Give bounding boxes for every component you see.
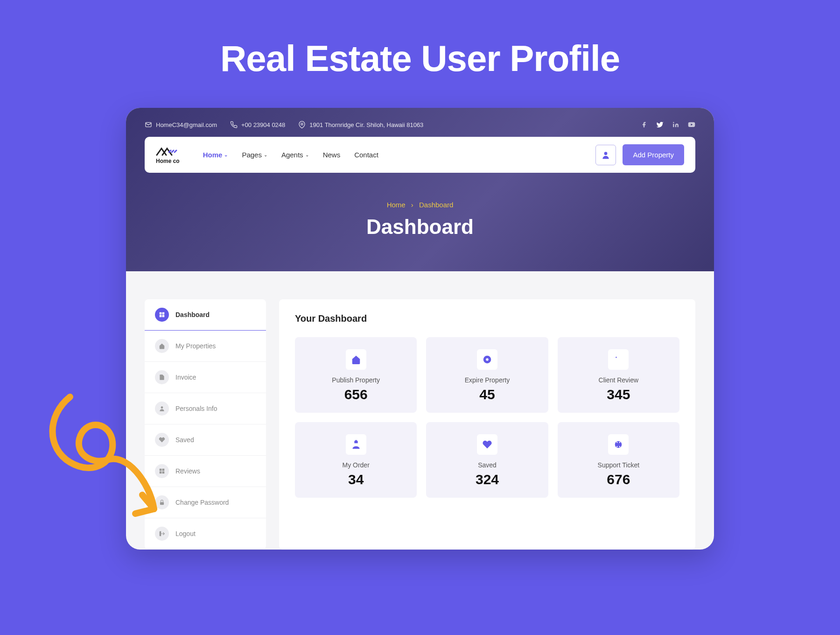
main-title: Your Dashboard xyxy=(295,313,679,324)
topbar-phone: +00 23904 0248 xyxy=(230,121,285,128)
content-area: Dashboard My Properties Invoice Personal… xyxy=(126,271,714,550)
logo-mark-icon xyxy=(156,146,179,157)
nav-right: Add Property xyxy=(595,144,684,165)
linkedin-icon[interactable] xyxy=(672,121,679,128)
topbar-email: HomeC34@gmail.com xyxy=(145,121,217,128)
support-icon xyxy=(608,434,629,455)
logo-text: Home co xyxy=(156,158,180,164)
chevron-down-icon: ⌄ xyxy=(264,152,267,157)
nav-pages-label: Pages xyxy=(242,151,262,159)
sidebar-item-label: Personals Info xyxy=(175,405,217,412)
svg-point-1 xyxy=(301,123,303,125)
location-icon xyxy=(298,121,306,128)
logo[interactable]: Home co xyxy=(156,146,180,164)
svg-point-18 xyxy=(615,441,622,448)
svg-rect-8 xyxy=(160,315,162,318)
card-value: 656 xyxy=(304,387,407,402)
card-my-order: My Order 34 xyxy=(295,422,417,498)
user-button[interactable] xyxy=(595,145,616,165)
sidebar-item-dashboard[interactable]: Dashboard xyxy=(145,299,266,331)
social-links xyxy=(640,121,695,128)
nav-item-agents[interactable]: Agents ⌄ xyxy=(281,151,309,159)
breadcrumb-current: Dashboard xyxy=(419,201,453,209)
card-value: 345 xyxy=(567,387,670,402)
card-client-review: Client Review 345 xyxy=(558,337,679,413)
youtube-icon[interactable] xyxy=(688,121,695,128)
hand-house-icon xyxy=(346,434,366,455)
heart-icon xyxy=(477,434,497,455)
rating-icon xyxy=(608,349,629,370)
svg-point-17 xyxy=(486,358,489,361)
gear-badge-icon xyxy=(477,349,497,370)
sidebar-item-label: Change Password xyxy=(175,499,229,506)
nav-item-news[interactable]: News xyxy=(323,151,341,159)
svg-rect-6 xyxy=(160,312,162,315)
facebook-icon[interactable] xyxy=(640,121,648,128)
twitter-icon[interactable] xyxy=(656,121,664,128)
app-window: HomeC34@gmail.com +00 23904 0248 1901 Th… xyxy=(126,108,714,550)
phone-icon xyxy=(230,121,238,128)
topbar: HomeC34@gmail.com +00 23904 0248 1901 Th… xyxy=(145,117,695,137)
svg-rect-2 xyxy=(673,124,674,127)
sidebar-item-label: Dashboard xyxy=(175,311,210,318)
topbar-address-text: 1901 Thornridge Cir. Shiloh, Hawaii 8106… xyxy=(309,121,423,128)
svg-point-5 xyxy=(604,152,608,155)
nav-item-contact[interactable]: Contact xyxy=(354,151,378,159)
sidebar-item-properties[interactable]: My Properties xyxy=(145,331,266,362)
card-saved: Saved 324 xyxy=(426,422,548,498)
add-property-button[interactable]: Add Property xyxy=(623,144,684,165)
sidebar-item-label: Logout xyxy=(175,530,196,537)
house-icon xyxy=(346,349,366,370)
dashboard-icon xyxy=(155,308,169,322)
nav-menu: Home ⌄ Pages ⌄ Agents ⌄ News Contact xyxy=(203,151,378,159)
chevron-down-icon: ⌄ xyxy=(305,152,309,157)
card-publish-property: Publish Property 656 xyxy=(295,337,417,413)
decorative-arrow-swirl xyxy=(33,388,173,537)
topbar-contact-info: HomeC34@gmail.com +00 23904 0248 1901 Th… xyxy=(145,121,423,128)
mail-icon xyxy=(145,121,152,128)
card-label: Support Ticket xyxy=(567,461,670,469)
invoice-icon xyxy=(155,370,169,384)
sidebar-item-label: Reviews xyxy=(175,467,200,475)
main-panel: Your Dashboard Publish Property 656 Expi… xyxy=(279,299,695,550)
card-label: Saved xyxy=(435,461,539,469)
card-label: My Order xyxy=(304,461,407,469)
card-value: 34 xyxy=(304,472,407,487)
nav-home-label: Home xyxy=(203,151,223,159)
nav-item-pages[interactable]: Pages ⌄ xyxy=(242,151,267,159)
chevron-down-icon: ⌄ xyxy=(224,152,228,157)
topbar-address: 1901 Thornridge Cir. Shiloh, Hawaii 8106… xyxy=(298,121,423,128)
hero-title: Dashboard xyxy=(145,215,695,239)
home-icon xyxy=(155,339,169,353)
card-value: 45 xyxy=(435,387,539,402)
card-support-ticket: Support Ticket 676 xyxy=(558,422,679,498)
page-title: Real Estate User Profile xyxy=(0,37,840,80)
card-value: 324 xyxy=(435,472,539,487)
card-label: Publish Property xyxy=(304,376,407,384)
stats-cards-grid: Publish Property 656 Expire Property 45 … xyxy=(295,337,679,498)
card-expire-property: Expire Property 45 xyxy=(426,337,548,413)
svg-point-3 xyxy=(673,122,674,123)
nav-news-label: News xyxy=(323,151,341,159)
card-label: Expire Property xyxy=(435,376,539,384)
breadcrumb: Home › Dashboard xyxy=(145,201,695,209)
card-value: 676 xyxy=(567,472,670,487)
hero-section: HomeC34@gmail.com +00 23904 0248 1901 Th… xyxy=(126,108,714,271)
sidebar-item-label: My Properties xyxy=(175,342,216,350)
nav-contact-label: Contact xyxy=(354,151,378,159)
nav-agents-label: Agents xyxy=(281,151,303,159)
breadcrumb-home[interactable]: Home xyxy=(387,201,406,209)
svg-rect-9 xyxy=(162,315,165,318)
topbar-phone-text: +00 23904 0248 xyxy=(241,121,285,128)
card-label: Client Review xyxy=(567,376,670,384)
sidebar-item-label: Saved xyxy=(175,436,194,444)
user-icon xyxy=(601,150,610,160)
nav-item-home[interactable]: Home ⌄ xyxy=(203,151,228,159)
topbar-email-text: HomeC34@gmail.com xyxy=(156,121,217,128)
breadcrumb-separator: › xyxy=(411,201,413,209)
svg-rect-7 xyxy=(162,312,165,315)
sidebar-item-label: Invoice xyxy=(175,374,196,381)
navbar: Home co Home ⌄ Pages ⌄ Agents ⌄ News xyxy=(145,137,695,173)
